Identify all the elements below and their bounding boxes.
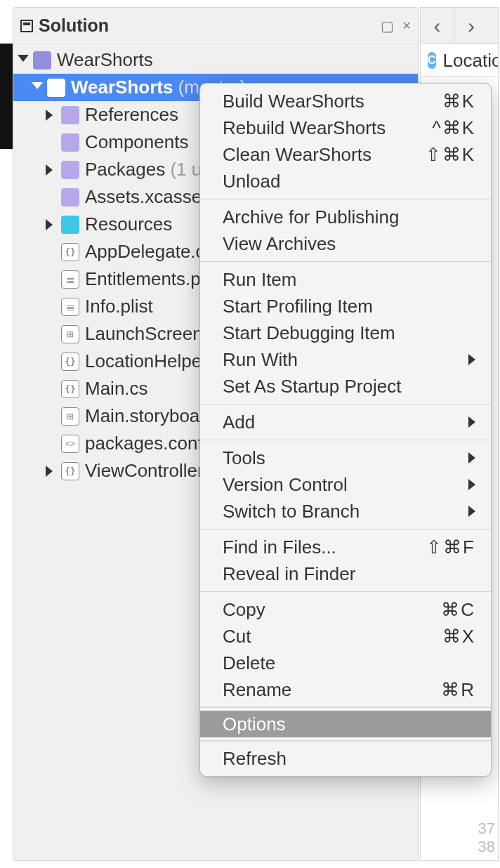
menu-item-copy[interactable]: Copy⌘C (200, 596, 491, 623)
menu-item-label: Unload (223, 171, 475, 192)
menu-item-version-control[interactable]: Version Control (200, 471, 491, 498)
chevron-right-icon[interactable] (46, 110, 57, 121)
menu-item-label: Reveal in Finder (223, 563, 475, 585)
csharp-file-icon (61, 380, 79, 398)
class-icon: C (428, 52, 436, 69)
tree-solution-root[interactable]: WearShorts (13, 46, 418, 74)
menu-item-shortcut: ⇧⌘F (426, 537, 475, 558)
menu-item-start-debugging-item[interactable]: Start Debugging Item (200, 320, 491, 346)
menu-item-find-in-files[interactable]: Find in Files...⇧⌘F (200, 534, 491, 560)
menu-item-label: Cut (223, 626, 442, 647)
menu-item-set-as-startup-project[interactable]: Set As Startup Project (200, 373, 491, 400)
tree-item-label: Assets.xcassets (85, 186, 216, 208)
menu-item-label: Run Item (223, 269, 475, 291)
editor-dark-strip (0, 44, 13, 149)
folder-icon (61, 216, 79, 234)
solution-icon (33, 51, 51, 70)
menu-item-archive-for-publishing[interactable]: Archive for Publishing (200, 204, 491, 230)
menu-item-view-archives[interactable]: View Archives (200, 230, 491, 257)
menu-item-run-item[interactable]: Run Item (200, 266, 491, 293)
menu-separator (200, 199, 491, 199)
menu-item-switch-to-branch[interactable]: Switch to Branch (200, 498, 491, 525)
menu-item-clean-wearshorts[interactable]: Clean WearShorts⇧⌘K (200, 141, 491, 168)
menu-item-label: Version Control (223, 474, 461, 496)
menu-item-unload[interactable]: Unload (200, 168, 491, 195)
menu-item-start-profiling-item[interactable]: Start Profiling Item (200, 293, 491, 320)
menu-item-cut[interactable]: Cut⌘X (200, 623, 491, 650)
csharp-file-icon (61, 353, 79, 371)
nav-forward-button[interactable]: › (454, 8, 488, 44)
menu-item-label: Tools (223, 447, 461, 469)
menu-item-label: View Archives (223, 233, 475, 255)
folder-icon (61, 188, 79, 206)
chevron-right-icon[interactable] (46, 164, 57, 176)
menu-separator (200, 440, 491, 440)
tree-item-label: Info.plist (85, 296, 153, 317)
menu-item-delete[interactable]: Delete (200, 650, 491, 676)
storyboard-file-icon: ⊞ (61, 407, 79, 426)
tree-item-label: AppDelegate.cs (85, 241, 214, 263)
restore-icon[interactable]: ▢ (381, 18, 394, 34)
menu-item-label: Switch to Branch (223, 501, 461, 522)
editor-nav: ‹ › (420, 7, 499, 44)
menu-separator (200, 529, 491, 530)
plist-file-icon: ≣ (61, 270, 79, 289)
editor-breadcrumb[interactable]: C LocationHelper (420, 44, 499, 77)
chevron-right-icon[interactable] (46, 219, 57, 230)
menu-item-label: Start Debugging Item (223, 322, 475, 344)
menu-separator (200, 740, 491, 742)
tree-item-label: WearShorts (57, 49, 153, 71)
menu-item-label: Archive for Publishing (223, 206, 475, 228)
line-number: 37 (478, 820, 495, 838)
menu-item-add[interactable]: Add (200, 409, 491, 435)
panel-title: Solution (39, 15, 381, 36)
menu-item-label: Options (223, 714, 475, 735)
menu-item-label: Delete (223, 652, 475, 674)
menu-item-shortcut: ⌘R (441, 679, 475, 701)
menu-item-label: Run With (223, 349, 461, 371)
chevron-right-icon (468, 506, 475, 517)
menu-item-tools[interactable]: Tools (200, 445, 491, 471)
menu-item-rename[interactable]: Rename⌘R (200, 676, 491, 703)
chevron-right-icon (468, 452, 475, 463)
chevron-right-icon (468, 354, 475, 365)
tree-item-label: packages.config (85, 433, 217, 454)
menu-item-shortcut: ⇧⌘K (426, 144, 475, 166)
menu-item-label: Clean WearShorts (223, 144, 426, 166)
folder-icon (61, 161, 79, 179)
chevron-down-icon[interactable] (18, 55, 29, 66)
menu-item-options[interactable]: Options (200, 711, 491, 737)
menu-item-shortcut: ⌘X (442, 626, 475, 647)
chevron-right-icon (468, 479, 475, 490)
menu-item-reveal-in-finder[interactable]: Reveal in Finder (200, 560, 491, 587)
close-icon[interactable]: × (402, 18, 411, 34)
menu-item-rebuild-wearshorts[interactable]: Rebuild WearShorts^⌘K (200, 114, 491, 141)
tree-item-label: Components (85, 131, 188, 153)
menu-item-label: Rebuild WearShorts (223, 117, 432, 139)
menu-item-label: Find in Files... (223, 537, 426, 558)
plist-file-icon: ≣ (61, 298, 79, 316)
chevron-down-icon[interactable] (32, 82, 43, 93)
folder-icon (61, 106, 79, 124)
chevron-right-icon[interactable] (46, 466, 57, 477)
menu-item-label: Rename (223, 679, 441, 701)
tree-item-label: Resources (85, 213, 172, 235)
menu-item-label: Add (223, 412, 461, 433)
menu-separator (200, 706, 491, 708)
menu-item-refresh[interactable]: Refresh (200, 745, 491, 772)
menu-item-label: Set As Startup Project (223, 376, 475, 397)
menu-item-label: Refresh (223, 748, 475, 770)
menu-item-shortcut: ⌘K (442, 91, 475, 112)
line-number: 38 (478, 838, 495, 856)
tree-item-label: References (85, 104, 178, 126)
project-context-menu: Build WearShorts⌘KRebuild WearShorts^⌘KC… (199, 83, 492, 777)
menu-separator (200, 261, 491, 262)
menu-item-label: Start Profiling Item (223, 296, 475, 317)
tree-item-label: Main.storyboard (85, 405, 216, 427)
project-icon (47, 79, 65, 97)
nav-back-button[interactable]: ‹ (421, 8, 454, 44)
menu-item-build-wearshorts[interactable]: Build WearShorts⌘K (200, 88, 491, 114)
menu-item-run-with[interactable]: Run With (200, 346, 491, 373)
menu-separator (200, 404, 491, 405)
tree-item-label: Main.cs (85, 378, 148, 400)
